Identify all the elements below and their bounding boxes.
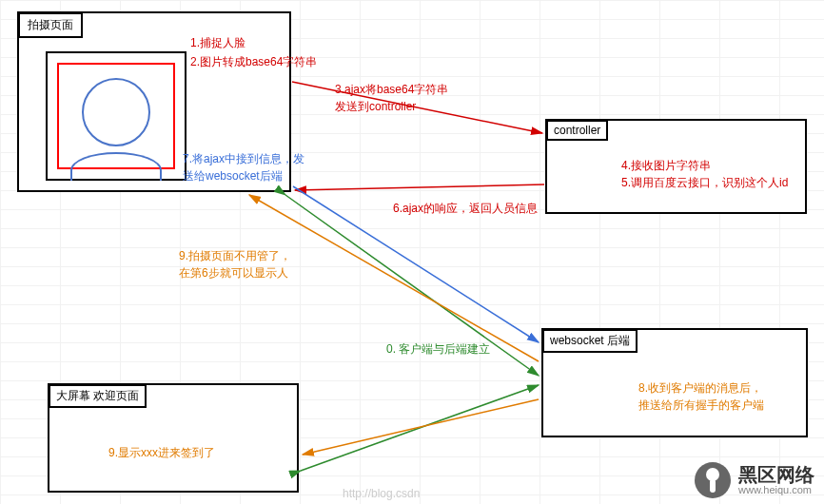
avatar-body-icon [70, 152, 162, 181]
step-0: 0. 客户端与后端建立 [386, 340, 490, 358]
watermark-name: 黑区网络 [738, 465, 814, 484]
watermark-url: www.heiqu.com [738, 484, 814, 495]
box-welcome: 大屏幕 欢迎页面 9.显示xxx进来签到了 [48, 383, 299, 493]
box-controller: controller 4.接收图片字符串 5.调用百度云接口，识别这个人id [545, 119, 807, 214]
step-3a: 3.ajax将base64字符串 [335, 81, 448, 98]
site-watermark: 黑区网络 www.heiqu.com [695, 462, 814, 498]
box-websocket-title: websocket 后端 [542, 329, 638, 353]
box-controller-title: controller [546, 120, 608, 141]
box-websocket: websocket 后端 8.收到客户端的消息后， 推送给所有握手的客户端 [541, 328, 808, 437]
step-4: 4.接收图片字符串 [621, 157, 711, 174]
step-2: 2.图片转成base64字符串 [190, 53, 317, 70]
step-8b: 推送给所有握手的客户端 [638, 397, 764, 414]
mushroom-icon [695, 462, 731, 498]
step-3b: 发送到controller [335, 98, 416, 115]
step-8a: 8.收到客户端的消息后， [638, 379, 762, 397]
step-5: 5.调用百度云接口，识别这个人id [621, 174, 788, 191]
step-9c: 9.显示xxx进来签到了 [108, 444, 215, 461]
step-1: 1.捕捉人脸 [190, 34, 245, 51]
step-7a: 7.将ajax中接到信息，发 [183, 150, 304, 167]
step-7b: 送给websocket后端 [183, 167, 283, 184]
avatar-head-icon [82, 78, 150, 146]
step-9a: 9.拍摄页面不用管了， [179, 247, 291, 264]
step-9b: 在第6步就可以显示人 [179, 264, 288, 281]
faded-watermark: http://blog.csdn [343, 487, 420, 500]
box-welcome-title: 大屏幕 欢迎页面 [49, 384, 147, 408]
step-6: 6.ajax的响应，返回人员信息 [393, 200, 538, 217]
box-capture-title: 拍摄页面 [18, 12, 83, 38]
